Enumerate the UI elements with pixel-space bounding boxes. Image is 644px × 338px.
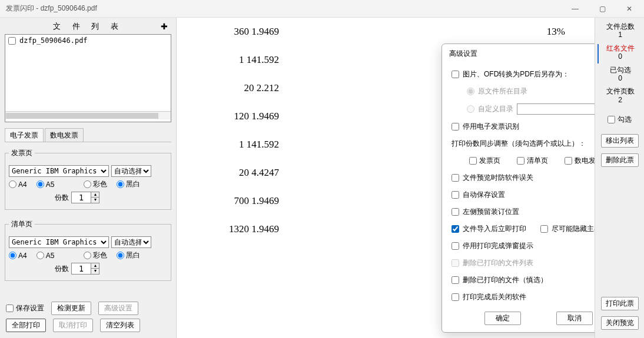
del-files-label: 删除已打印的文件（慎选） — [463, 275, 547, 285]
invoice-printer-select[interactable]: Generic IBM Graphics 9pin — [9, 165, 109, 177]
remove-ticket-button[interactable]: 删除此票 — [601, 153, 639, 167]
list-page-legend: 清单页 — [9, 219, 35, 229]
autosave-checkbox[interactable] — [452, 191, 459, 199]
tab-digital-invoice[interactable]: 数电发票 — [45, 128, 84, 142]
import-print-label: 文件导入后立即打印 — [463, 224, 526, 234]
autosave-label: 自动保存设置 — [463, 190, 505, 200]
invoice-size-a4[interactable] — [9, 180, 16, 188]
doc-row-left: 20 4.4247 — [200, 167, 283, 179]
close-button[interactable]: ✕ — [616, 0, 643, 18]
file-item-name: dzfp_5090646.pdf — [19, 36, 88, 45]
binding-label: 左侧预留装订位置 — [463, 207, 519, 217]
save-settings-label: 保存设置 — [16, 303, 44, 313]
save-settings-checkbox[interactable] — [6, 304, 14, 312]
custom-dir-radio — [467, 105, 474, 113]
custom-dir-input — [517, 103, 595, 115]
check-update-button[interactable]: 检测更新 — [51, 302, 91, 315]
doc-row-left: 700 1.9469 — [200, 195, 283, 207]
invoice-copies-down[interactable]: ▾ — [91, 198, 99, 203]
print-this-button[interactable]: 打印此票 — [601, 297, 639, 310]
list-bw[interactable] — [117, 252, 124, 259]
tab-e-invoice[interactable]: 电子发票 — [5, 128, 44, 142]
dialog-ok-button[interactable]: 确定 — [484, 312, 521, 325]
invoice-copies-input[interactable] — [71, 192, 91, 203]
close-after-checkbox[interactable] — [452, 293, 459, 301]
maximize-button[interactable]: ▢ — [589, 0, 616, 18]
advanced-settings-dialog: 高级设置 图片、OFD转换为PDF后另存为： 原文件所在目录 自定义目录 停用电… — [441, 43, 595, 333]
close-after-label: 打印完成后关闭软件 — [463, 292, 526, 302]
clear-list-button[interactable]: 清空列表 — [100, 319, 140, 332]
print-all-button[interactable]: 全部打印 — [6, 319, 46, 332]
preview-area: 360 1.946913%1 141.59213%20 2.21213%120 … — [177, 18, 595, 338]
file-item-checkbox[interactable] — [8, 37, 16, 45]
check-all-checkbox[interactable] — [608, 116, 615, 123]
minimize-button[interactable]: — — [562, 0, 589, 18]
invoice-copies-label: 份数 — [55, 193, 69, 203]
sync-invoice-checkbox[interactable] — [469, 157, 477, 165]
preview-guard-checkbox[interactable] — [452, 174, 459, 182]
file-list-heading: 文 件 列 表 — [53, 21, 123, 32]
sync-label: 打印份数同步调整（须勾选两个或以上）： — [452, 139, 586, 149]
del-files-checkbox[interactable] — [452, 276, 459, 284]
list-auto-select[interactable]: 自动选择 — [111, 236, 151, 248]
doc-row-left: 120 1.9469 — [200, 111, 283, 122]
right-sidebar: 文件总数1 红名文件0 已勾选0 文件页数2 勾选 移出列表 删除此票 打印此票… — [595, 18, 644, 338]
disable-popup-checkbox[interactable] — [452, 242, 459, 250]
list-color[interactable] — [84, 252, 91, 259]
sync-digital-checkbox[interactable] — [565, 157, 572, 165]
doc-row-left: 20 2.212 — [200, 82, 283, 94]
stat-pages: 文件页数2 — [606, 87, 635, 104]
import-print-checkbox[interactable] — [452, 225, 459, 233]
file-list-item[interactable]: dzfp_5090646.pdf — [5, 35, 171, 46]
hide-main-checkbox[interactable] — [540, 225, 548, 233]
list-copies-down[interactable]: ▾ — [91, 269, 99, 274]
invoice-size-a5[interactable] — [36, 180, 44, 188]
window-title: 发票闪印 - dzfp_5090646.pdf — [6, 4, 562, 14]
preview-guard-label: 文件预览时防软件误关 — [463, 173, 533, 183]
file-list[interactable]: dzfp_5090646.pdf — [5, 34, 171, 122]
list-printer-select[interactable]: Generic IBM Graphics 9pin — [9, 236, 109, 248]
doc-row-left: 1 141.592 — [200, 54, 283, 66]
move-out-button[interactable]: 移出列表 — [601, 134, 639, 148]
list-page-group: 清单页 Generic IBM Graphics 9pin 自动选择 A4 A5… — [5, 219, 171, 281]
close-preview-button[interactable]: 关闭预览 — [601, 316, 639, 330]
file-list-scrollbar[interactable] — [5, 111, 171, 119]
left-sidebar: 文 件 列 表 ✚ dzfp_5090646.pdf 电子发票 数电发票 发票页… — [0, 18, 177, 338]
doc-row-right: 13% — [283, 26, 565, 38]
conv-label: 图片、OFD转换为PDF后另存为： — [463, 69, 569, 79]
dialog-cancel-button[interactable]: 取消 — [556, 312, 593, 325]
list-copies-label: 份数 — [55, 264, 69, 274]
disable-recog-label: 停用电子发票识别 — [463, 122, 519, 132]
custom-dir-label: 自定义目录 — [478, 104, 513, 114]
add-file-icon[interactable]: ✚ — [161, 22, 168, 31]
doc-row-left: 360 1.9469 — [200, 26, 283, 38]
hide-main-label: 尽可能隐藏主界面 — [552, 224, 595, 234]
dialog-title: 高级设置 — [442, 44, 595, 62]
list-size-a4[interactable] — [9, 252, 16, 259]
invoice-tabs: 电子发票 数电发票 — [5, 128, 171, 142]
cancel-print-button[interactable]: 取消打印 — [53, 319, 93, 332]
orig-dir-label: 原文件所在目录 — [478, 86, 527, 96]
del-list-label: 删除已打印的文件列表 — [463, 258, 533, 268]
del-list-checkbox — [452, 259, 459, 267]
check-all[interactable]: 勾选 — [608, 115, 632, 125]
list-copies-input[interactable] — [71, 263, 91, 275]
doc-row-left: 1320 1.9469 — [200, 223, 283, 235]
invoice-page-legend: 发票页 — [9, 148, 35, 158]
doc-row-left: 1 141.592 — [200, 139, 283, 150]
stat-total: 文件总数1 — [606, 22, 635, 39]
list-size-a5[interactable] — [36, 252, 44, 259]
advanced-settings-button[interactable]: 高级设置 — [98, 302, 138, 315]
titlebar: 发票闪印 - dzfp_5090646.pdf — ▢ ✕ — [0, 0, 644, 18]
conv-checkbox[interactable] — [452, 71, 459, 78]
invoice-bw[interactable] — [117, 180, 124, 188]
orig-dir-radio — [467, 88, 474, 95]
stat-checked: 已勾选0 — [610, 66, 631, 83]
stat-redname: 红名文件0 — [606, 44, 635, 61]
binding-checkbox[interactable] — [452, 208, 459, 216]
invoice-page-group: 发票页 Generic IBM Graphics 9pin 自动选择 A4 A5… — [5, 148, 171, 210]
invoice-auto-select[interactable]: 自动选择 — [111, 165, 151, 177]
disable-recog-checkbox[interactable] — [452, 123, 459, 130]
invoice-color[interactable] — [84, 180, 91, 188]
sync-list-checkbox[interactable] — [517, 157, 525, 165]
